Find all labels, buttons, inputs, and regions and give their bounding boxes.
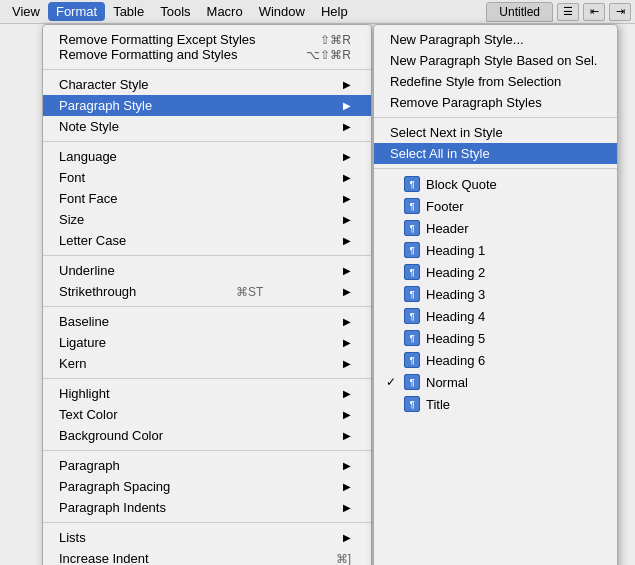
block-quote-label: Block Quote bbox=[426, 177, 497, 192]
ligature-item[interactable]: Ligature ▶ bbox=[43, 332, 371, 353]
menubar-tools[interactable]: Tools bbox=[152, 2, 198, 21]
arrow-icon: ▶ bbox=[343, 502, 351, 513]
title-label: Title bbox=[426, 397, 450, 412]
list-view-button[interactable]: ☰ bbox=[557, 3, 579, 21]
new-paragraph-based-item[interactable]: New Paragraph Style Based on Sel. bbox=[374, 50, 617, 71]
remove-and-styles-line: Remove Formatting and Styles ⌥⇧⌘R bbox=[59, 47, 351, 62]
text-color-item[interactable]: Text Color ▶ bbox=[43, 404, 371, 425]
secondary-menu: New Paragraph Style... New Paragraph Sty… bbox=[373, 24, 618, 565]
block-quote-style-item[interactable]: ¶ Block Quote bbox=[374, 173, 617, 195]
menubar-window[interactable]: Window bbox=[251, 2, 313, 21]
remove-except-styles-shortcut: ⇧⌘R bbox=[320, 33, 351, 47]
style-icon: ¶ bbox=[404, 396, 420, 412]
style-icon: ¶ bbox=[404, 286, 420, 302]
separator-4 bbox=[43, 306, 371, 307]
normal-checkmark: ✓ bbox=[384, 375, 398, 389]
select-all-in-style-item[interactable]: Select All in Style bbox=[374, 143, 617, 164]
heading6-style-item[interactable]: ¶ Heading 6 bbox=[374, 349, 617, 371]
arrow-icon: ▶ bbox=[343, 532, 351, 543]
arrow-icon: ▶ bbox=[343, 481, 351, 492]
arrow-icon: ▶ bbox=[343, 430, 351, 441]
paragraph-indents-item[interactable]: Paragraph Indents ▶ bbox=[43, 497, 371, 518]
style-icon: ¶ bbox=[404, 198, 420, 214]
strikethrough-item[interactable]: Strikethrough ⌘ST ▶ bbox=[43, 281, 371, 302]
normal-style-item[interactable]: ✓ ¶ Normal bbox=[374, 371, 617, 393]
heading2-style-item[interactable]: ¶ Heading 2 bbox=[374, 261, 617, 283]
heading4-label: Heading 4 bbox=[426, 309, 485, 324]
new-paragraph-style-item[interactable]: New Paragraph Style... bbox=[374, 29, 617, 50]
arrow-icon: ▶ bbox=[343, 265, 351, 276]
separator-6 bbox=[43, 450, 371, 451]
background-color-item[interactable]: Background Color ▶ bbox=[43, 425, 371, 446]
menubar: View Format Table Tools Macro Window Hel… bbox=[0, 0, 635, 24]
separator-7 bbox=[43, 522, 371, 523]
style-icon: ¶ bbox=[404, 374, 420, 390]
indent-right-button[interactable]: ⇥ bbox=[609, 3, 631, 21]
remove-except-styles-line: Remove Formatting Except Styles ⇧⌘R bbox=[59, 32, 351, 47]
menubar-macro[interactable]: Macro bbox=[199, 2, 251, 21]
heading1-label: Heading 1 bbox=[426, 243, 485, 258]
arrow-icon: ▶ bbox=[343, 460, 351, 471]
footer-label: Footer bbox=[426, 199, 464, 214]
style-icon: ¶ bbox=[404, 330, 420, 346]
size-item[interactable]: Size ▶ bbox=[43, 209, 371, 230]
letter-case-item[interactable]: Letter Case ▶ bbox=[43, 230, 371, 251]
increase-indent-item[interactable]: Increase Indent ⌘] bbox=[43, 548, 371, 565]
title-style-item[interactable]: ¶ Title bbox=[374, 393, 617, 415]
underline-item[interactable]: Underline ▶ bbox=[43, 260, 371, 281]
font-item[interactable]: Font ▶ bbox=[43, 167, 371, 188]
baseline-item[interactable]: Baseline ▶ bbox=[43, 311, 371, 332]
document-tab[interactable]: Untitled bbox=[486, 2, 553, 22]
separator-5 bbox=[43, 378, 371, 379]
heading3-label: Heading 3 bbox=[426, 287, 485, 302]
character-style-item[interactable]: Character Style ▶ bbox=[43, 74, 371, 95]
heading5-label: Heading 5 bbox=[426, 331, 485, 346]
heading3-style-item[interactable]: ¶ Heading 3 bbox=[374, 283, 617, 305]
footer-style-item[interactable]: ¶ Footer bbox=[374, 195, 617, 217]
kern-item[interactable]: Kern ▶ bbox=[43, 353, 371, 374]
dropdown-wrapper: Remove Formatting Except Styles ⇧⌘R Remo… bbox=[42, 24, 618, 565]
normal-label: Normal bbox=[426, 375, 468, 390]
paragraph-item[interactable]: Paragraph ▶ bbox=[43, 455, 371, 476]
font-face-item[interactable]: Font Face ▶ bbox=[43, 188, 371, 209]
secondary-separator-1 bbox=[374, 117, 617, 118]
header-style-item[interactable]: ¶ Header bbox=[374, 217, 617, 239]
arrow-icon: ▶ bbox=[343, 151, 351, 162]
arrow-icon: ▶ bbox=[343, 79, 351, 90]
heading2-label: Heading 2 bbox=[426, 265, 485, 280]
strikethrough-shortcut: ⌘ST bbox=[216, 285, 263, 299]
arrow-icon: ▶ bbox=[343, 388, 351, 399]
menubar-view[interactable]: View bbox=[4, 2, 48, 21]
menubar-help[interactable]: Help bbox=[313, 2, 356, 21]
remove-paragraph-styles-item[interactable]: Remove Paragraph Styles bbox=[374, 92, 617, 113]
arrow-icon: ▶ bbox=[343, 337, 351, 348]
heading6-label: Heading 6 bbox=[426, 353, 485, 368]
note-style-item[interactable]: Note Style ▶ bbox=[43, 116, 371, 137]
arrow-icon: ▶ bbox=[343, 286, 351, 297]
style-icon: ¶ bbox=[404, 242, 420, 258]
arrow-icon: ▶ bbox=[343, 121, 351, 132]
separator-3 bbox=[43, 255, 371, 256]
highlight-item[interactable]: Highlight ▶ bbox=[43, 383, 371, 404]
arrow-icon: ▶ bbox=[343, 172, 351, 183]
paragraph-style-item[interactable]: Paragraph Style ▶ bbox=[43, 95, 371, 116]
menubar-format[interactable]: Format bbox=[48, 2, 105, 21]
select-next-in-style-item[interactable]: Select Next in Style bbox=[374, 122, 617, 143]
heading5-style-item[interactable]: ¶ Heading 5 bbox=[374, 327, 617, 349]
header-label: Header bbox=[426, 221, 469, 236]
redefine-style-item[interactable]: Redefine Style from Selection bbox=[374, 71, 617, 92]
heading1-style-item[interactable]: ¶ Heading 1 bbox=[374, 239, 617, 261]
indent-left-button[interactable]: ⇤ bbox=[583, 3, 605, 21]
remove-formatting-item[interactable]: Remove Formatting Except Styles ⇧⌘R Remo… bbox=[43, 29, 371, 65]
style-icon: ¶ bbox=[404, 176, 420, 192]
style-icon: ¶ bbox=[404, 264, 420, 280]
lists-item[interactable]: Lists ▶ bbox=[43, 527, 371, 548]
primary-menu: Remove Formatting Except Styles ⇧⌘R Remo… bbox=[42, 24, 372, 565]
separator-2 bbox=[43, 141, 371, 142]
arrow-icon: ▶ bbox=[343, 100, 351, 111]
paragraph-spacing-item[interactable]: Paragraph Spacing ▶ bbox=[43, 476, 371, 497]
menubar-table[interactable]: Table bbox=[105, 2, 152, 21]
separator-1 bbox=[43, 69, 371, 70]
heading4-style-item[interactable]: ¶ Heading 4 bbox=[374, 305, 617, 327]
language-item[interactable]: Language ▶ bbox=[43, 146, 371, 167]
